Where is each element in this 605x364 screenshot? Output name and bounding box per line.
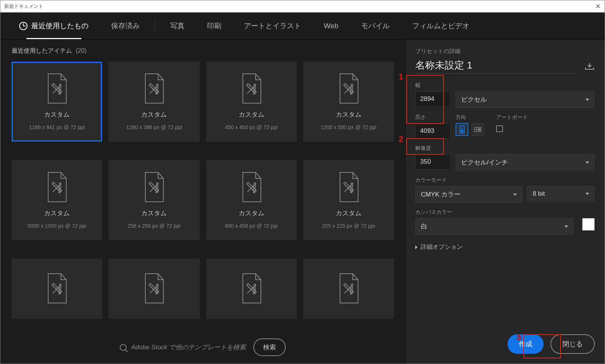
preset-card-label: カスタム xyxy=(44,110,70,119)
preset-grid: カスタム1189 x 841 px @ 72 ppi カスタム1280 x 38… xyxy=(12,62,394,331)
preset-card-meta: 600 x 450 px @ 72 ppi xyxy=(225,223,277,229)
dialog-body: 最近使用したアイテム (20) カスタム1189 x 841 px @ 72 p… xyxy=(0,40,605,364)
preset-card-meta: 450 x 450 px @ 72 ppi xyxy=(225,124,277,130)
orientation-landscape-button[interactable] xyxy=(471,123,484,136)
preset-card-label: カスタム xyxy=(141,110,167,119)
svg-point-25 xyxy=(461,127,463,129)
preset-card-label: カスタム xyxy=(44,209,70,218)
preset-card-meta: 256 x 256 px @ 72 ppi xyxy=(128,223,180,229)
unit-select[interactable]: ピクセル xyxy=(456,91,595,108)
chevron-down-icon xyxy=(513,193,517,196)
stock-search-button[interactable]: 検索 xyxy=(253,338,286,356)
file-custom-icon xyxy=(335,273,362,305)
tab-photo[interactable]: 写真 xyxy=(159,12,196,39)
tab-art[interactable]: アートとイラスト xyxy=(233,12,312,39)
file-custom-icon xyxy=(238,73,265,105)
chevron-down-icon xyxy=(585,99,589,101)
stock-search-row: Adobe Stock で他のテンプレートを検索 検索 xyxy=(12,331,394,356)
preset-card[interactable]: カスタム256 x 256 px @ 72 ppi xyxy=(109,160,199,240)
caret-right-icon xyxy=(415,245,418,249)
width-label: 幅 xyxy=(415,82,595,89)
preset-card-label: カスタム xyxy=(336,209,361,218)
orientation-portrait-button[interactable] xyxy=(456,123,468,136)
preset-card[interactable] xyxy=(206,259,297,319)
chevron-down-icon xyxy=(564,225,568,228)
file-custom-icon xyxy=(141,73,167,105)
file-custom-icon xyxy=(335,73,362,105)
recent-items-label: 最近使用したアイテム (20) xyxy=(12,47,394,55)
close-button[interactable]: 閉じる xyxy=(550,334,595,354)
window-title: 新規ドキュメント xyxy=(4,3,43,10)
preset-card[interactable]: カスタム1200 x 500 px @ 72 ppi xyxy=(303,62,394,142)
preset-details-header: プリセットの詳細 xyxy=(415,48,595,55)
canvas-color-label: カンバスカラー xyxy=(415,209,595,216)
dialog-content: 最近使用したもの 保存済み 写真 印刷 アートとイラスト Web モバイル フィ… xyxy=(0,12,605,364)
tab-mobile[interactable]: モバイル xyxy=(350,12,401,39)
preset-card[interactable] xyxy=(12,259,102,319)
file-custom-icon xyxy=(238,273,265,305)
preset-card-meta: 1280 x 386 px @ 72 ppi xyxy=(126,124,182,130)
preset-card-label: カスタム xyxy=(239,209,264,218)
width-input[interactable]: 2894 xyxy=(415,91,451,107)
preset-card-label: カスタム xyxy=(141,209,167,218)
height-input[interactable]: 4093 xyxy=(415,123,451,139)
orientation-label: 方向 xyxy=(456,114,484,121)
colormode-select[interactable]: CMYK カラー xyxy=(415,186,523,203)
artboard-label: アートボード xyxy=(496,114,528,121)
bitdepth-select[interactable]: 8 bit xyxy=(527,186,595,202)
preset-card-meta: 5000 x 1000 px @ 72 ppi xyxy=(27,223,86,229)
advanced-options-toggle[interactable]: 詳細オプション xyxy=(415,243,595,251)
stock-search-input[interactable]: Adobe Stock で他のテンプレートを検索 xyxy=(120,343,246,352)
preset-gallery: 最近使用したアイテム (20) カスタム1189 x 841 px @ 72 p… xyxy=(0,40,405,364)
preset-card-meta: 225 x 225 px @ 72 ppi xyxy=(322,223,375,229)
preset-card-meta: 1200 x 500 px @ 72 ppi xyxy=(321,124,376,130)
svg-rect-26 xyxy=(461,129,463,133)
height-label: 高さ xyxy=(415,114,451,121)
preset-card[interactable] xyxy=(303,259,394,319)
file-custom-icon xyxy=(44,273,70,305)
file-custom-icon xyxy=(44,172,70,204)
svg-rect-29 xyxy=(478,129,480,131)
resolution-input[interactable]: 350 xyxy=(415,154,451,170)
file-custom-icon xyxy=(238,172,265,204)
tab-film[interactable]: フィルムとビデオ xyxy=(401,12,481,39)
canvas-color-select[interactable]: 白 xyxy=(415,218,574,235)
tab-print[interactable]: 印刷 xyxy=(196,12,233,39)
resolution-label: 解像度 xyxy=(415,145,595,152)
chevron-down-icon xyxy=(585,161,589,164)
preset-card[interactable]: カスタム1189 x 841 px @ 72 ppi xyxy=(12,62,102,142)
file-custom-icon xyxy=(141,273,167,305)
save-preset-icon[interactable] xyxy=(584,62,595,70)
preset-card[interactable]: カスタム600 x 450 px @ 72 ppi xyxy=(206,160,297,240)
document-name-input[interactable]: 名称未設定 1 xyxy=(415,59,577,74)
preset-card[interactable]: カスタム5000 x 1000 px @ 72 ppi xyxy=(12,160,102,240)
clock-icon xyxy=(19,22,27,30)
file-custom-icon xyxy=(44,73,70,105)
tab-web[interactable]: Web xyxy=(312,12,350,39)
resolution-unit-select[interactable]: ピクセル/インチ xyxy=(456,154,595,171)
artboard-checkbox[interactable] xyxy=(496,125,503,132)
preset-card-meta: 1189 x 841 px @ 72 ppi xyxy=(29,124,85,130)
new-document-dialog: 新規ドキュメント ✕ 最近使用したもの 保存済み 写真 印刷 アートとイラスト … xyxy=(0,0,605,364)
close-icon[interactable]: ✕ xyxy=(595,2,601,11)
preset-card-label: カスタム xyxy=(336,110,361,119)
tab-recent[interactable]: 最近使用したもの xyxy=(8,12,100,39)
preset-details-panel: プリセットの詳細 名称未設定 1 幅 2894 ピクセル xyxy=(405,40,605,364)
svg-point-28 xyxy=(476,129,477,130)
file-custom-icon xyxy=(141,172,167,204)
preset-card[interactable]: カスタム450 x 450 px @ 72 ppi xyxy=(206,62,297,142)
canvas-color-swatch[interactable] xyxy=(582,218,595,231)
preset-card[interactable] xyxy=(109,259,199,319)
file-custom-icon xyxy=(335,172,362,204)
titlebar: 新規ドキュメント ✕ xyxy=(0,0,605,12)
preset-card[interactable]: カスタム225 x 225 px @ 72 ppi xyxy=(303,160,394,240)
chevron-down-icon xyxy=(585,193,589,195)
colormode-label: カラーモード xyxy=(415,177,595,184)
tab-divider xyxy=(155,20,155,32)
search-icon xyxy=(120,344,126,351)
tab-saved[interactable]: 保存済み xyxy=(100,12,151,39)
preset-card-label: カスタム xyxy=(239,110,264,119)
create-button[interactable]: 作成 xyxy=(507,334,544,354)
preset-card[interactable]: カスタム1280 x 386 px @ 72 ppi xyxy=(109,62,199,142)
category-tabs: 最近使用したもの 保存済み 写真 印刷 アートとイラスト Web モバイル フィ… xyxy=(0,12,605,40)
